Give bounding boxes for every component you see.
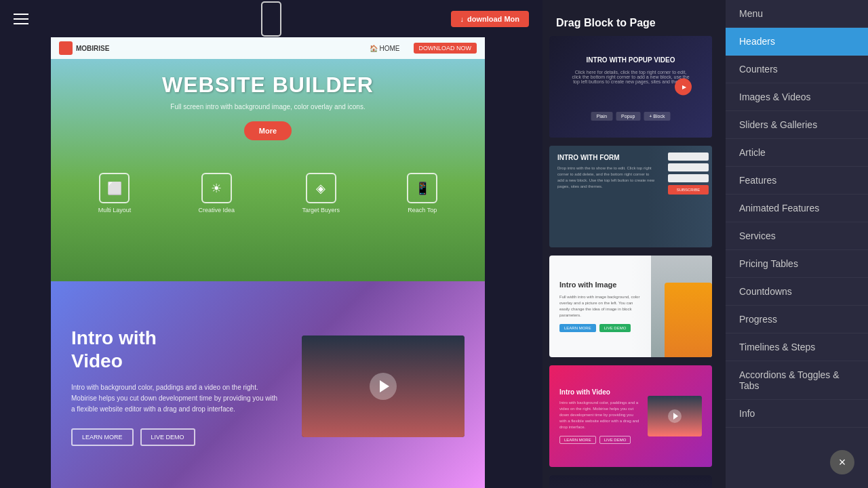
thumb3-title: Intro with Image [559,281,641,289]
wb-hero: WEBSITE BUILDER Full screen intro with b… [51,59,485,152]
nav-item-services[interactable]: Services [726,222,868,250]
phone-screen [264,7,278,30]
intro-video-section: Intro withVideo Intro with background co… [51,281,485,488]
nav-item-timelines-steps[interactable]: Timelines & Steps [726,333,868,361]
download-button[interactable]: ↓ download Mon [451,11,529,27]
thumb-intro-subscribe[interactable]: Intro with image and subscribe form Full… [549,475,712,488]
nav-item-headers[interactable]: Headers [726,28,868,56]
nav-item-features[interactable]: Features [726,167,868,195]
nav-item-counters[interactable]: Counters [726,56,868,83]
multilayout-label: Multi Layout [98,207,132,214]
thumb2-left: INTRO WITH FORM Drop intro with the to s… [549,146,665,247]
iv-video-container[interactable] [302,336,465,437]
thumb3-left: Intro with Image Full width intro with i… [549,270,651,342]
preview-panel: ↓ download Mon MOBIRISE 🏠 HOME DOWNLOAD … [0,0,542,488]
iv-buttons: LEARN MORE LIVE DEMO [71,428,281,446]
thumb1-btn1: Plain [591,112,613,121]
thumb3-image [651,256,712,357]
phone-icon[interactable] [261,1,281,37]
thumb2-field2 [668,163,709,171]
nav-item-sliders-galleries[interactable]: Sliders & Galleries [726,111,868,139]
thumb-intro-form[interactable]: INTRO WITH FORM Drop intro with the to s… [549,146,712,247]
reachtop-icon: 📱 [407,173,437,203]
thumb4-title: Intro with Video [559,388,641,396]
nav-item-pricing-tables[interactable]: Pricing Tables [726,250,868,278]
creativeidea-label: Creative Idea [199,207,235,214]
thumb4-video [648,396,702,436]
reachtop-label: Reach Top [407,207,437,214]
thumbnails-column: Drag Block to Page INTRO WITH POPUP VIDE… [542,0,726,488]
thumb4-buttons: LEARN MORE LIVE DEMO [559,436,641,444]
nav-item-animated-features[interactable]: Animated Features [726,195,868,222]
thumb2-field3 [668,174,709,182]
website-builder-section: MOBIRISE 🏠 HOME DOWNLOAD NOW WEBSITE BUI… [51,37,485,281]
thumb2-form: SUBSCRIBE [665,146,712,247]
thumb2-submit-btn: SUBSCRIBE [668,185,709,195]
thumb4-bg: Intro with Video Intro with background c… [549,365,712,467]
thumb-intro-video[interactable]: Intro with Video Intro with background c… [549,365,712,467]
wb-logo-text: MOBIRISE [76,45,109,52]
thumb3-buttons: LEARN MORE LIVE DEMO [559,324,641,332]
wb-features: ⬜ Multi Layout ☀ Creative Idea ◈ Target … [51,166,485,220]
multilayout-icon: ⬜ [99,173,130,203]
thumb3-person [665,283,712,357]
wb-feature-creativeidea: ☀ Creative Idea [199,173,235,214]
nav-item-countdowns[interactable]: Countdowns [726,278,868,306]
nav-item-article[interactable]: Article [726,139,868,167]
drag-panel: Drag Block to Page INTRO WITH POPUP VIDE… [542,0,868,488]
thumb4-play-icon [668,409,682,423]
thumb1-title: INTRO WITH POPUP VIDEO [587,56,675,64]
iv-live-demo-button[interactable]: LIVE DEMO [140,428,195,446]
thumb1-bg: INTRO WITH POPUP VIDEO Click here for de… [549,36,712,138]
thumb1-buttons: Plain Popup + Block [591,112,671,121]
thumb4-left: Intro with Video Intro with background c… [559,388,641,444]
thumb2-title: INTRO WITH FORM [557,154,656,161]
thumb3-learn-btn: LEARN MORE [559,324,596,332]
thumb1-subtitle: Click here for details, click the top ri… [570,70,692,84]
thumb-intro-popup-video[interactable]: INTRO WITH POPUP VIDEO Click here for de… [549,36,712,138]
thumb-intro-image[interactable]: Intro with Image Full width intro with i… [549,256,712,357]
thumb4-play-triangle [673,413,678,420]
creativeidea-icon: ☀ [201,173,232,203]
thumb1-btn2: Popup [616,112,640,121]
thumb3-bg: Intro with Image Full width intro with i… [549,256,712,357]
top-bar: ↓ download Mon [0,0,542,37]
thumb2-field1 [668,152,709,161]
thumb2-bg: INTRO WITH FORM Drop intro with the to s… [549,146,712,247]
iv-description: Intro with background color, paddings an… [71,382,281,415]
drag-panel-header: Drag Block to Page [549,7,719,36]
wb-feature-multilayout: ⬜ Multi Layout [98,173,132,214]
nav-item-menu[interactable]: Menu [726,0,868,28]
wb-navbar: MOBIRISE 🏠 HOME DOWNLOAD NOW [51,37,485,59]
wb-download-btn[interactable]: DOWNLOAD NOW [414,43,477,54]
thumb5-bg: Intro with image and subscribe form Full… [549,475,712,488]
iv-play-button[interactable] [370,373,397,400]
nav-item-images-videos[interactable]: Images & Videos [726,83,868,111]
play-triangle-icon [380,380,389,392]
wb-more-button[interactable]: More [244,121,292,140]
targetbuyers-label: Target Buyers [302,207,340,214]
iv-text: Intro withVideo Intro with background co… [71,327,281,446]
nav-sidebar: Menu Headers Counters Images & Videos Sl… [726,0,868,488]
thumb1-play-icon: ▶ [675,79,692,96]
thumb2-desc: Drop intro with the to show the to edit.… [557,165,656,190]
wb-home-link[interactable]: 🏠 HOME [370,45,400,52]
thumb3-desc: Full width intro with image background, … [559,294,641,319]
wb-feature-reachtop: 📱 Reach Top [407,173,437,214]
thumb3-live-btn: LIVE DEMO [599,324,631,332]
iv-learn-more-button[interactable]: LEARN MORE [71,428,134,446]
targetbuyers-icon: ◈ [306,173,336,203]
nav-item-accordions[interactable]: Accordions & Toggles & Tabs [726,361,868,400]
wb-logo-icon [59,41,73,55]
thumb4-live-btn: LIVE DEMO [599,436,631,444]
nav-item-progress[interactable]: Progress [726,306,868,333]
nav-item-info[interactable]: Info [726,400,868,428]
wb-logo: MOBIRISE [59,41,109,55]
wb-subtitle: Full screen intro with background image,… [58,103,478,110]
close-button[interactable]: × [830,450,854,474]
wb-main-title: WEBSITE BUILDER [58,73,478,98]
iv-title: Intro withVideo [71,327,281,372]
thumb1-btn3: + Block [644,112,670,121]
wb-feature-targetbuyers: ◈ Target Buyers [302,173,340,214]
hamburger-icon[interactable] [14,14,28,24]
